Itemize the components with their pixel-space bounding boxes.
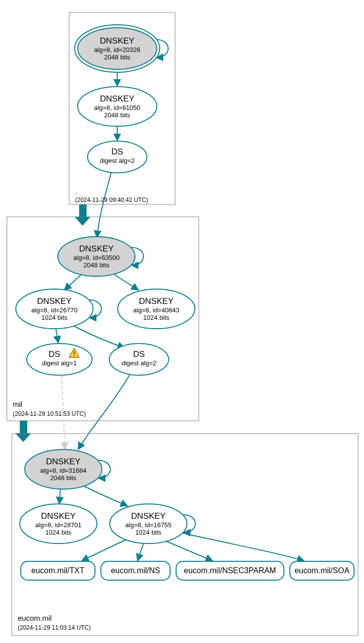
edge-k3-to-soa [183,533,304,561]
rrset-soa[interactable]: eucom.mil/SOA [290,561,354,580]
svg-text:DS: DS [48,349,60,359]
svg-text:!: ! [73,350,76,358]
svg-text:eucom.mil/NS: eucom.mil/NS [111,566,160,575]
svg-text:DNSKEY: DNSKEY [41,511,76,521]
svg-text:DNSKEY: DNSKEY [100,94,135,103]
svg-text:2048 bits: 2048 bits [104,53,131,61]
svg-text:1024 bits: 1024 bits [136,529,162,536]
svg-text:DNSKEY: DNSKEY [100,36,135,46]
edge-eucom-ksk-to-k3 [84,486,128,506]
svg-text:alg=8, id=20326: alg=8, id=20326 [94,46,140,53]
svg-text:digest alg=1: digest alg=1 [42,359,77,367]
svg-text:eucom.mil/NSEC3PARAM: eucom.mil/NSEC3PARAM [184,566,276,575]
node-mil-ds1[interactable]: DS digest alg=1 ! [27,344,92,375]
node-root-ds[interactable]: DS digest alg=2 [88,141,147,173]
zone-root-timestamp: (2024-11-29 09:40:42 UTC) [75,197,148,203]
svg-text:2048 bits: 2048 bits [50,474,77,482]
zone-eucom-timestamp: (2024-11-29 11:03:14 UTC) [18,624,91,631]
edge-k3-to-ns [137,544,143,561]
svg-text:alg=8, id=61050: alg=8, id=61050 [94,104,140,111]
edge-root-ds-to-mil-ksk [97,172,111,238]
edge-mil-ksk-to-zsk1 [64,274,82,290]
svg-text:1024 bits: 1024 bits [46,529,72,536]
svg-text:DNSKEY: DNSKEY [37,297,72,306]
delegation-arrow-mil-to-eucom [15,421,31,442]
rrset-nsec3param[interactable]: eucom.mil/NSEC3PARAM [176,561,284,580]
delegation-arrow-root-to-mil [75,204,91,226]
svg-text:DNSKEY: DNSKEY [46,457,81,466]
svg-text:eucom.mil/TXT: eucom.mil/TXT [31,566,85,575]
svg-text:alg=8, id=28701: alg=8, id=28701 [35,521,81,529]
svg-text:digest alg=2: digest alg=2 [100,157,135,164]
edge-mil-zsk1-to-ds2 [74,326,125,348]
svg-text:1024 bits: 1024 bits [143,314,170,321]
svg-text:alg=8, id=31684: alg=8, id=31684 [40,467,86,474]
svg-text:2048 bits: 2048 bits [84,261,110,269]
rrset-ns[interactable]: eucom.mil/NS [101,561,170,580]
node-eucom-ksk[interactable]: DNSKEY alg=8, id=31684 2048 bits [25,449,102,489]
svg-text:alg=8, id=40843: alg=8, id=40843 [133,306,179,314]
svg-text:DS: DS [111,147,123,156]
edge-k3-to-txt [82,540,126,561]
edge-k3-to-nsec3 [166,541,213,561]
node-mil-ds2[interactable]: DS digest alg=2 [109,344,169,375]
zone-mil-label: mil [13,400,22,408]
svg-text:alg=8, id=16755: alg=8, id=16755 [125,521,171,529]
svg-text:DNSKEY: DNSKEY [79,244,114,253]
svg-text:digest alg=2: digest alg=2 [122,359,156,367]
edge-mil-ds2-to-eucom-ksk [78,374,130,449]
svg-text:2048 bits: 2048 bits [104,111,131,119]
rrset-txt[interactable]: eucom.mil/TXT [21,561,95,580]
node-eucom-k2[interactable]: DNSKEY alg=8, id=28701 1024 bits [20,504,97,544]
zone-eucom-label: eucom.mil [18,614,51,622]
zone-root-label: . [75,187,77,196]
svg-text:DNSKEY: DNSKEY [131,511,166,521]
svg-text:eucom.mil/SOA: eucom.mil/SOA [294,566,349,575]
node-root-zsk[interactable]: DNSKEY alg=8, id=61050 2048 bits [78,87,157,126]
svg-text:1024 bits: 1024 bits [42,314,68,321]
zone-mil-timestamp: (2024-11-29 10:51:53 UTC) [13,410,86,417]
edge-eucom-ksk-to-k2 [59,489,60,504]
edge-mil-zsk1-to-ds1 [56,329,58,343]
svg-text:alg=8, id=63500: alg=8, id=63500 [73,254,119,261]
svg-text:DS: DS [133,349,145,359]
node-mil-ksk[interactable]: DNSKEY alg=8, id=63500 2048 bits [58,237,135,276]
svg-text:DNSKEY: DNSKEY [139,297,174,306]
node-mil-zsk2[interactable]: DNSKEY alg=8, id=40843 1024 bits [118,289,195,329]
node-eucom-k3[interactable]: DNSKEY alg=8, id=16755 1024 bits [110,504,187,544]
edge-mil-ksk-to-zsk2 [114,274,138,290]
svg-text:alg=8, id=26770: alg=8, id=26770 [31,306,77,314]
node-root-ksk[interactable]: DNSKEY alg=8, id=20326 2048 bits [75,25,160,72]
node-mil-zsk1[interactable]: DNSKEY alg=8, id=26770 1024 bits [16,289,93,329]
